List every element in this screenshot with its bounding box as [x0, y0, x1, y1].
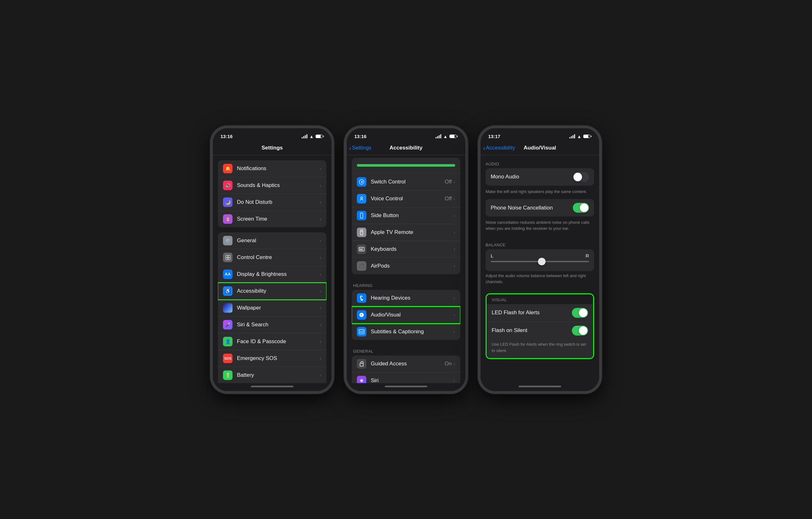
flash-silent-label: Flash on Silent [492, 327, 572, 334]
mono-audio-label: Mono Audio [491, 174, 573, 180]
controlcentre-icon: 🎛️ [223, 253, 232, 262]
content-3[interactable]: AUDIO Mono Audio Make the left and right… [481, 155, 599, 383]
settings-row-keyboards[interactable]: Keyboards › [352, 241, 460, 258]
settings-row-sirisearch[interactable]: 🎤 Siri & Search › [218, 317, 326, 333]
battery-icon-3 [583, 135, 591, 138]
screen-3: 13:17 ▲ ‹ Accessibility [481, 128, 599, 391]
settings-row-appletvremote[interactable]: Apple TV Remote › [352, 224, 460, 241]
siri-label: Siri [371, 377, 454, 383]
screentime-label: Screen Time [237, 216, 320, 222]
nav-header-1: Settings [213, 142, 331, 155]
settings-row-general[interactable]: ⚙️ General › [218, 233, 326, 249]
sidebutton-label: Side Button [371, 212, 454, 219]
flash-silent-toggle[interactable] [572, 326, 588, 335]
settings-row-displaybrightness[interactable]: AA Display & Brightness › [218, 266, 326, 283]
svg-point-4 [361, 231, 362, 232]
battery-settings-icon: 🔋 [223, 371, 232, 380]
guidedaccess-value: On [445, 361, 452, 367]
balance-right: R [585, 253, 589, 258]
mono-audio-row[interactable]: Mono Audio [486, 168, 594, 186]
accessibility-icon: ♿ [223, 286, 232, 296]
status-bar-1: 13:16 ▲ [213, 128, 331, 142]
balance-section-label: BALANCE [486, 236, 594, 249]
sirisearch-chevron: › [320, 322, 321, 327]
wifi-icon: ▲ [309, 134, 314, 139]
led-flash-row[interactable]: LED Flash for Alerts [487, 304, 593, 322]
settings-row-wallpaper[interactable]: Wallpaper › [218, 300, 326, 317]
flash-silent-row[interactable]: Flash on Silent [487, 322, 593, 339]
slider-wrapper[interactable] [491, 261, 589, 266]
led-flash-toggle[interactable] [572, 308, 588, 318]
settings-row-controlcentre[interactable]: 🎛️ Control Centre › [218, 249, 326, 266]
settings-row-airpods[interactable]: 🎧 AirPods › [352, 258, 460, 274]
visual-items-group: LED Flash for Alerts Flash on Silent Use… [487, 304, 593, 358]
settings-group-2: ⚙️ General › 🎛️ Control Centre › AA [218, 233, 326, 383]
emergencysos-icon: SOS [223, 354, 232, 363]
settings-row-accessibility[interactable]: ♿ Accessibility › [218, 283, 326, 300]
slider-thumb[interactable] [538, 258, 546, 265]
back-button-3[interactable]: ‹ Accessibility [483, 145, 515, 151]
mono-audio-toggle[interactable] [573, 172, 589, 182]
battery-icon [316, 135, 324, 138]
svg-rect-12 [361, 331, 364, 331]
screentime-icon: ⏳ [223, 214, 232, 224]
phone-noise-toggle[interactable] [573, 203, 589, 213]
general-label: General [237, 238, 320, 244]
phone-noise-group: Phone Noise Cancellation [486, 199, 594, 217]
general-section: Guided Access On › Siri › [352, 356, 460, 383]
voicecontrol-label: Voice Control [371, 195, 445, 202]
content-2[interactable]: Switch Control Off › Voice Control Off › [347, 155, 465, 383]
mono-audio-group: Mono Audio [486, 168, 594, 186]
svg-rect-3 [360, 229, 363, 235]
displaybrightness-label: Display & Brightness [237, 271, 320, 277]
settings-row-guidedaccess[interactable]: Guided Access On › [352, 356, 460, 372]
emergencysos-chevron: › [320, 356, 321, 361]
phone-noise-row[interactable]: Phone Noise Cancellation [486, 199, 594, 217]
settings-row-siri[interactable]: Siri › [352, 372, 460, 383]
settings-group-1: 🔔 Notifications › 🔊 Sounds & Haptics › 🌙 [218, 160, 326, 227]
screentime-chevron: › [320, 217, 321, 222]
phone-1: 13:16 ▲ Settings [210, 126, 334, 393]
home-indicator-1 [213, 383, 331, 391]
audiovisual-icon [357, 310, 366, 320]
settings-row-audiovisual[interactable]: Audio/Visual › [352, 307, 460, 324]
wallpaper-chevron: › [320, 305, 321, 310]
settings-row-subtitles[interactable]: Subtitles & Captioning › [352, 324, 460, 340]
voicecontrol-icon [357, 194, 366, 203]
svg-rect-11 [360, 331, 361, 331]
settings-row-sounds[interactable]: 🔊 Sounds & Haptics › [218, 177, 326, 194]
svg-rect-10 [359, 329, 365, 334]
settings-row-battery[interactable]: 🔋 Battery › [218, 367, 326, 383]
svg-rect-9 [360, 249, 363, 250]
settings-row-sidebutton[interactable]: Side Button › [352, 207, 460, 224]
battery-label: Battery [237, 372, 320, 378]
content-1[interactable]: 🔔 Notifications › 🔊 Sounds & Haptics › 🌙 [213, 155, 331, 383]
nav-header-3: ‹ Accessibility Audio/Visual [481, 142, 599, 155]
signal-icon-3 [569, 135, 575, 138]
balance-left: L [491, 253, 493, 258]
svg-rect-8 [362, 248, 363, 249]
flash-silent-desc: Use LED Flash for Alerts when the ring s… [492, 342, 586, 353]
page-title-1: Settings [218, 145, 326, 151]
back-button-2[interactable]: ‹ Settings [349, 145, 371, 151]
switchcontrol-value: Off [445, 179, 452, 185]
screen-2: 13:16 ▲ ‹ Settings Acces [347, 128, 465, 391]
settings-row-switchcontrol[interactable]: Switch Control Off › [352, 174, 460, 190]
settings-row-emergencysos[interactable]: SOS Emergency SOS › [218, 350, 326, 367]
settings-row-faceid[interactable]: 👤 Face ID & Passcode › [218, 333, 326, 350]
settings-row-donotdisturb[interactable]: 🌙 Do Not Disturb › [218, 194, 326, 211]
settings-row-hearingdevices[interactable]: Hearing Devices › [352, 290, 460, 307]
voicecontrol-value: Off [445, 195, 452, 202]
settings-row-screentime[interactable]: ⏳ Screen Time › [218, 211, 326, 227]
svg-rect-5 [359, 247, 365, 251]
signal-icon-2 [435, 135, 441, 138]
switchcontrol-icon [357, 177, 366, 187]
settings-row-notifications[interactable]: 🔔 Notifications › [218, 160, 326, 177]
faceid-icon: 👤 [223, 337, 232, 346]
scroll-indicator [352, 158, 460, 174]
emergencysos-label: Emergency SOS [237, 355, 320, 361]
status-icons-3: ▲ [569, 134, 591, 139]
settings-row-voicecontrol[interactable]: Voice Control Off › [352, 190, 460, 207]
controlcentre-label: Control Centre [237, 254, 320, 261]
back-chevron-3: ‹ [483, 145, 485, 151]
